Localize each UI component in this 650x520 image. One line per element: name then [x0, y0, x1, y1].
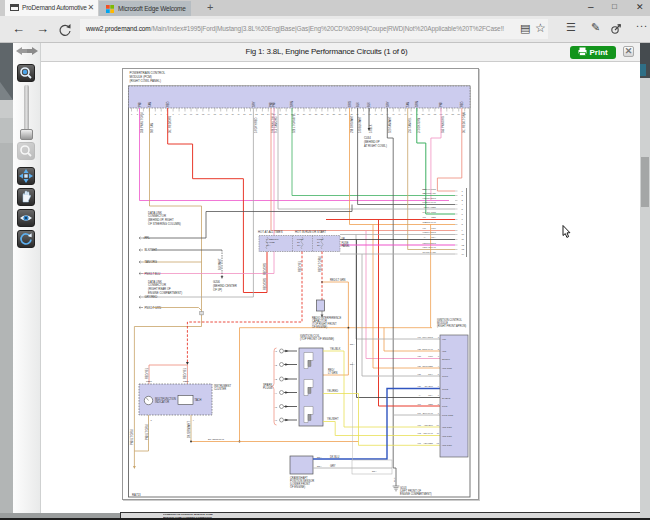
svg-text:10: 10	[436, 424, 439, 426]
svg-text:YEL/WHT: YEL/WHT	[327, 417, 339, 421]
svg-text:OF I/P): OF I/P)	[213, 288, 222, 292]
svg-text:TAN: TAN	[406, 102, 410, 107]
svg-text:4A: 4A	[423, 236, 426, 238]
svg-text:20: 20	[243, 113, 246, 115]
svg-text:GRY/YEL: GRY/YEL	[426, 251, 437, 253]
svg-text:18: 18	[231, 113, 234, 115]
svg-text:10A: 10A	[297, 244, 302, 247]
svg-text:BLK: BLK	[393, 477, 396, 482]
svg-text:56: 56	[457, 113, 460, 115]
svg-text:4: 4	[462, 203, 464, 205]
svg-text:920: 920	[418, 385, 422, 387]
svg-text:926: 926	[418, 365, 422, 367]
svg-text:SHIELD: SHIELD	[442, 397, 451, 399]
svg-text:32: 32	[315, 113, 318, 115]
svg-text:RA713: RA713	[132, 493, 141, 497]
svg-text:RED: RED	[460, 101, 464, 107]
svg-text:TACH: TACH	[195, 398, 202, 402]
svg-text:PNK: PNK	[138, 101, 142, 107]
svg-text:900: 900	[418, 424, 422, 426]
svg-text:47: 47	[404, 113, 407, 115]
svg-text:DK GRN/WHT: DK GRN/WHT	[187, 421, 191, 438]
svg-text:BLK/WHT: BLK/WHT	[426, 201, 437, 203]
svg-text:11: 11	[190, 113, 193, 115]
svg-text:NCA: NCA	[372, 470, 377, 472]
svg-text:ENGINE COMPARTMENT): ENGINE COMPARTMENT)	[400, 492, 432, 496]
svg-text:GRY: GRY	[330, 464, 336, 468]
svg-text:BLK: BLK	[367, 102, 371, 107]
svg-text:12: 12	[196, 113, 199, 115]
svg-text:RED: RED	[428, 403, 433, 405]
svg-text:24: 24	[267, 113, 270, 115]
svg-text:361 RED/LT GRN: 361 RED/LT GRN	[462, 112, 466, 133]
svg-text:5: 5	[155, 113, 157, 115]
svg-text:#5: #5	[275, 406, 278, 408]
svg-text:33: 33	[321, 113, 324, 115]
svg-text:361 RED/ORG: 361 RED/ORG	[168, 116, 172, 133]
svg-text:HOT IN RUN OR START: HOT IN RUN OR START	[295, 230, 326, 234]
svg-text:51: 51	[428, 113, 431, 115]
svg-text:361: 361	[423, 216, 427, 218]
svg-text:YEL/WHT: YEL/WHT	[423, 432, 434, 434]
svg-text:46: 46	[398, 113, 401, 115]
svg-text:15: 15	[214, 113, 217, 115]
svg-text:8: 8	[438, 403, 440, 405]
svg-text:359 PNK/LT GRN: 359 PNK/LT GRN	[140, 112, 144, 133]
svg-text:54: 54	[446, 113, 449, 115]
svg-text:DK GRN/WHT: DK GRN/WHT	[208, 438, 225, 441]
svg-text:IGN COIL: IGN COIL	[442, 444, 453, 446]
svg-text:240 DK GRN: 240 DK GRN	[417, 118, 421, 133]
svg-text:(RIGHT FRONT APRON): (RIGHT FRONT APRON)	[437, 324, 466, 328]
svg-text:RED/LT GRN: RED/LT GRN	[318, 256, 322, 272]
svg-text:YEL/RED: YEL/RED	[327, 389, 338, 393]
svg-text:ORG/WHT: ORG/WHT	[425, 221, 437, 223]
svg-text:ORG: ORG	[348, 101, 352, 107]
svg-text:57 GRY/RED: 57 GRY/RED	[254, 117, 258, 133]
svg-text:PNK: PNK	[439, 101, 443, 107]
svg-text:SPOUT: SPOUT	[442, 358, 451, 360]
svg-text:2: 2	[137, 113, 139, 115]
svg-text:2: 2	[438, 348, 440, 350]
svg-text:TAN: TAN	[148, 102, 152, 107]
svg-text:TAN/WHT: TAN/WHT	[426, 246, 437, 248]
svg-text:RED/LT GRN: RED/LT GRN	[330, 278, 346, 282]
svg-text:902: 902	[418, 432, 422, 434]
svg-text:DK GRN: DK GRN	[427, 211, 436, 213]
svg-text:987 TAN: 987 TAN	[150, 123, 154, 133]
svg-text:IMP: IMP	[442, 338, 447, 340]
svg-text:FUSE: FUSE	[342, 241, 349, 245]
svg-text:3: 3	[462, 199, 464, 201]
svg-text:10: 10	[462, 233, 465, 235]
svg-text:GRY/ORG: GRY/ORG	[425, 231, 436, 233]
svg-text:3: 3	[438, 355, 440, 357]
svg-text:DK BLU: DK BLU	[425, 385, 434, 387]
svg-text:GRN: GRN	[290, 101, 294, 107]
svg-text:GRY/RED: GRY/RED	[145, 295, 158, 299]
svg-text:298 ORG/WHT: 298 ORG/WHT	[350, 115, 354, 133]
svg-text:OF ENGINE): OF ENGINE)	[290, 485, 305, 489]
svg-text:RED: RED	[166, 101, 170, 107]
svg-text:PNK/LT GRN: PNK/LT GRN	[130, 430, 134, 445]
svg-text:RED/ORG: RED/ORG	[263, 278, 267, 290]
svg-text:8: 8	[151, 419, 153, 421]
svg-text:PLUGS: PLUGS	[263, 386, 273, 390]
svg-text:11: 11	[462, 238, 465, 240]
svg-text:9: 9	[438, 412, 440, 414]
svg-text:PNK: PNK	[272, 101, 276, 107]
svg-text:NCA: NCA	[350, 363, 355, 365]
svg-text:(RIGHT COWL PANEL): (RIGHT COWL PANEL)	[130, 79, 161, 83]
svg-text:1: 1	[438, 336, 440, 338]
svg-text:#2: #2	[275, 364, 278, 366]
svg-text:20A: 20A	[317, 244, 322, 247]
svg-text:PNK: PNK	[428, 355, 433, 357]
svg-text:11: 11	[437, 432, 440, 434]
svg-text:LT GRN: LT GRN	[328, 371, 337, 375]
svg-text:10: 10	[184, 113, 187, 115]
svg-text:12: 12	[462, 244, 465, 246]
svg-text:21: 21	[249, 113, 252, 115]
svg-text:50: 50	[422, 113, 425, 115]
svg-text:GRN: GRN	[415, 101, 419, 107]
svg-text:7: 7	[438, 394, 440, 396]
svg-text:5: 5	[462, 208, 464, 210]
svg-text:14: 14	[208, 113, 211, 115]
